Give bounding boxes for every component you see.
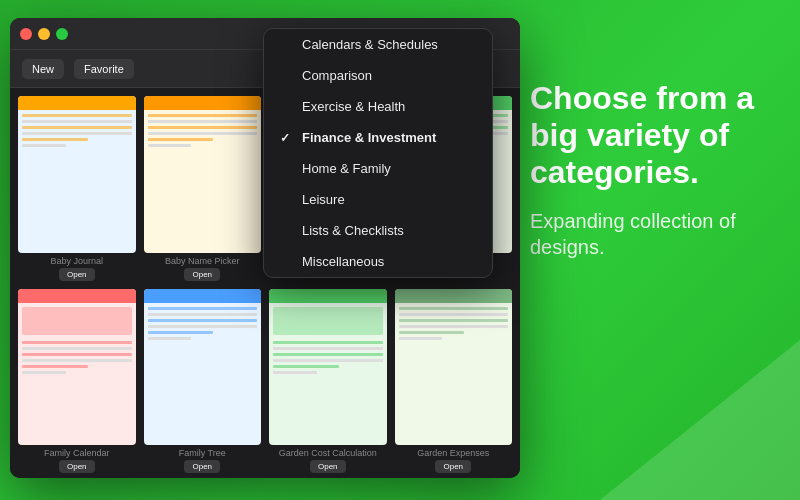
category-dropdown: Calendars & Schedules Comparison Exercis…	[263, 28, 493, 278]
list-item: Garden Cost CalculationOpen	[269, 289, 387, 474]
grid-card[interactable]	[144, 96, 262, 253]
open-button[interactable]: Open	[184, 460, 220, 473]
card-header	[269, 289, 387, 303]
dropdown-item-lists[interactable]: Lists & Checklists	[264, 215, 492, 246]
dropdown-item-label: Exercise & Health	[302, 99, 405, 114]
new-button[interactable]: New	[22, 59, 64, 79]
open-button[interactable]: Open	[184, 268, 220, 281]
list-item: Family CalendarOpen	[18, 289, 136, 474]
dropdown-item-label: Finance & Investment	[302, 130, 436, 145]
grid-item-label: Garden Cost Calculation	[279, 448, 377, 458]
grid-card[interactable]	[18, 96, 136, 253]
dropdown-item-leisure[interactable]: Leisure	[264, 184, 492, 215]
grid-card[interactable]	[18, 289, 136, 446]
grid-card[interactable]	[269, 289, 387, 446]
open-button[interactable]: Open	[310, 460, 346, 473]
dropdown-item-label: Miscellaneous	[302, 254, 384, 269]
card-header	[18, 289, 136, 303]
card-content	[395, 303, 513, 446]
card-header	[18, 96, 136, 110]
grid-card[interactable]	[395, 289, 513, 446]
dropdown-item-finance[interactable]: ✓ Finance & Investment	[264, 122, 492, 153]
dropdown-item-label: Home & Family	[302, 161, 391, 176]
favorite-button[interactable]: Favorite	[74, 59, 134, 79]
right-panel-subtitle: Expanding collection of designs.	[530, 208, 770, 260]
minimize-button[interactable]	[38, 28, 50, 40]
card-header	[144, 96, 262, 110]
maximize-button[interactable]	[56, 28, 68, 40]
dropdown-item-comparison[interactable]: Comparison	[264, 60, 492, 91]
open-button[interactable]: Open	[435, 460, 471, 473]
grid-item-label: Family Calendar	[44, 448, 110, 458]
card-header	[144, 289, 262, 303]
grid-item-label: Baby Journal	[50, 256, 103, 266]
grid-item-label: Garden Expenses	[417, 448, 489, 458]
grid-card[interactable]	[144, 289, 262, 446]
card-content	[18, 110, 136, 253]
list-item: Baby JournalOpen	[18, 96, 136, 281]
card-content	[18, 303, 136, 446]
open-button[interactable]: Open	[59, 460, 95, 473]
dropdown-item-exercise[interactable]: Exercise & Health	[264, 91, 492, 122]
grid-item-label: Family Tree	[179, 448, 226, 458]
right-panel: Choose from a big variety of categories.…	[530, 80, 770, 260]
card-content	[144, 303, 262, 446]
card-content	[269, 303, 387, 446]
dropdown-item-misc[interactable]: Miscellaneous	[264, 246, 492, 277]
dropdown-item-label: Leisure	[302, 192, 345, 207]
grid-item-label: Baby Name Picker	[165, 256, 240, 266]
dropdown-item-home[interactable]: Home & Family	[264, 153, 492, 184]
dropdown-item-label: Comparison	[302, 68, 372, 83]
dropdown-item-label: Lists & Checklists	[302, 223, 404, 238]
right-panel-title: Choose from a big variety of categories.	[530, 80, 770, 190]
card-header	[395, 289, 513, 303]
app-window: New Favorite Baby JournalOpenBaby Name P…	[10, 18, 520, 478]
dropdown-arrow	[370, 31, 386, 39]
list-item: Baby Name PickerOpen	[144, 96, 262, 281]
list-item: Family TreeOpen	[144, 289, 262, 474]
dropdown-item-label: Calendars & Schedules	[302, 37, 438, 52]
card-content	[144, 110, 262, 253]
close-button[interactable]	[20, 28, 32, 40]
open-button[interactable]: Open	[59, 268, 95, 281]
check-icon: ✓	[280, 131, 294, 145]
list-item: Garden ExpensesOpen	[395, 289, 513, 474]
